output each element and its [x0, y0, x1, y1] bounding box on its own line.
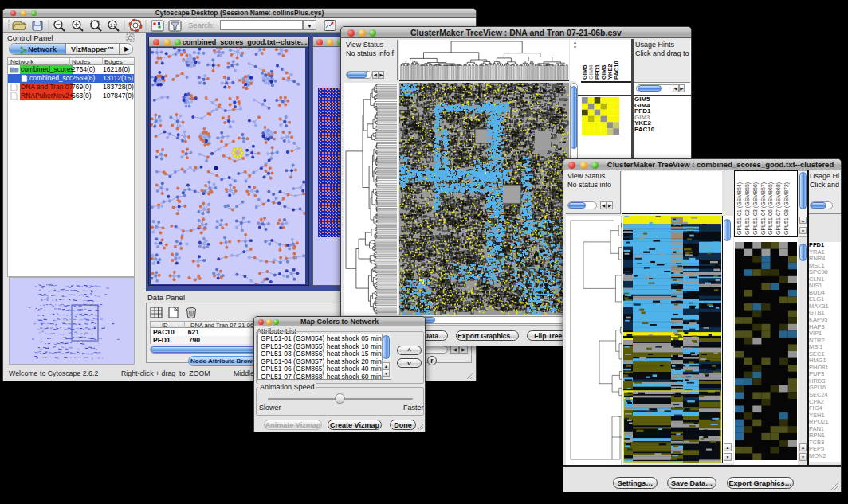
- svg-text:GPL51-08 (GSM872): GPL51-08 (GSM872): [783, 182, 790, 235]
- svg-text:GPL51-03 (GSM856): GPL51-03 (GSM856): [752, 182, 759, 235]
- svg-text:1:1: 1:1: [110, 23, 116, 28]
- svg-text:PAC10: PAC10: [613, 61, 620, 80]
- svg-text:GPL51-01 (GSM854): GPL51-01 (GSM854): [736, 182, 743, 235]
- svg-text:GPL51-02 (GSM855): GPL51-02 (GSM855): [744, 182, 751, 235]
- svg-text:GPL51-04 (GSM857): GPL51-04 (GSM857): [760, 182, 767, 235]
- svg-text:GPL51-07 (GSM868): GPL51-07 (GSM868): [775, 182, 782, 235]
- svg-text:GPL51-06 (GSM865): GPL51-06 (GSM865): [768, 182, 774, 235]
